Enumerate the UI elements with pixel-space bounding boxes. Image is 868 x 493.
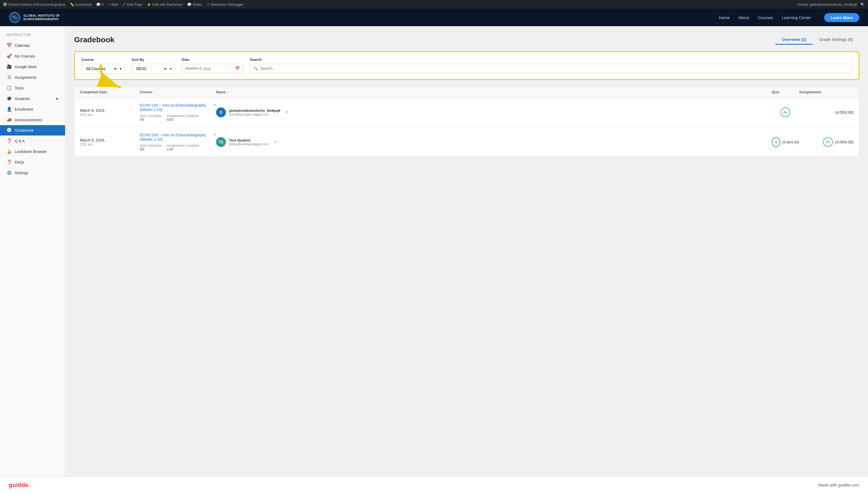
sidebar-label-students: Students xyxy=(15,97,30,101)
user-external-link-1[interactable]: ↗ xyxy=(285,110,288,114)
course-quiz-stat-2: Quiz Complete: 9/8 xyxy=(140,144,162,151)
admin-bar-comments[interactable]: 💬 0 xyxy=(96,2,104,6)
comment-icon: 💬 xyxy=(96,2,100,6)
quiz-cell-2: A (3.56/4.00) xyxy=(772,137,799,147)
quiz-cell-1: A+ xyxy=(772,107,799,117)
learn-more-button[interactable]: Learn More xyxy=(824,13,859,22)
filter-group-sort: Sort By DESC ASC ▾ xyxy=(132,58,175,73)
course-name-2[interactable]: ECHO 100 – Intro to Echocardiography (We… xyxy=(140,133,211,142)
course-meta-1: Quiz Complete: 9/8 Assignment Complete: … xyxy=(140,114,216,122)
course-col-label: Course xyxy=(140,90,152,94)
sidebar-item-announcements[interactable]: 📣 Announcements xyxy=(0,114,65,125)
admin-bar-elementor[interactable]: ⚡ Edit with Elementor xyxy=(147,2,183,6)
sidebar-item-calendar[interactable]: 📅 Calendar xyxy=(0,40,65,51)
tab-grade-settings[interactable]: Grade Settings (8) xyxy=(813,35,859,45)
assignments-score-2: (4.00/4.00) xyxy=(835,140,853,144)
enrollment-icon: 👤 xyxy=(6,107,12,112)
sort-dropdown[interactable]: DESC ASC xyxy=(135,66,167,71)
filter-sort-select[interactable]: DESC ASC ▾ xyxy=(132,64,175,73)
quiz-col-label: Quiz xyxy=(772,90,779,94)
sidebar-item-qa[interactable]: ❓ Q & A xyxy=(0,135,65,146)
filter-group-course: Course All Courses ▾ xyxy=(82,58,125,73)
sidebar-item-settings[interactable]: ⚙️ Settings xyxy=(0,167,65,178)
nav-learning-center[interactable]: Learning Center xyxy=(782,15,811,20)
filter-sort-label: Sort By xyxy=(132,58,175,62)
sort-chevron-icon: ▾ xyxy=(170,66,172,71)
sidebar-label-lockdown-browser: Lockdown Browser xyxy=(15,149,47,154)
search-icon[interactable]: 🔍 xyxy=(860,2,865,6)
admin-bar-edit-page[interactable]: 🖊 Edit Page xyxy=(122,2,142,6)
col-header-quiz[interactable]: Quiz xyxy=(772,90,799,94)
date-cell-1: March 8, 2024, 3:01 am xyxy=(80,108,140,117)
nav-courses[interactable]: Courses xyxy=(758,15,773,20)
filter-group-date: Date 📅 xyxy=(182,58,243,73)
user-name-2[interactable]: Test Student xyxy=(229,138,269,142)
user-name-1[interactable]: globalinstituteofecho_8m6pq6 xyxy=(229,109,280,113)
course-quiz-stat-1: Quiz Complete: 9/8 xyxy=(140,114,162,122)
date-main-2: March 8, 2024, xyxy=(80,138,140,142)
main-content: Gradebook Overview (2) Grade Settings (8… xyxy=(65,26,868,477)
filter-search-input-wrapper[interactable]: 🔍 xyxy=(250,64,852,73)
svg-point-1 xyxy=(14,17,16,18)
admin-bar: 🅦 Global Institute of Echocardiography ✏… xyxy=(0,0,868,9)
sidebar-label-qa: Q & A xyxy=(15,139,25,143)
sidebar-item-enrollment[interactable]: 👤 Enrollment xyxy=(0,104,65,114)
course-meta-2: Quiz Complete: 9/8 Assignment Complete: … xyxy=(140,144,216,151)
admin-bar-debugger[interactable]: 🛡 Elementor Debugger xyxy=(206,2,244,6)
user-cell-1: G globalinstituteofecho_8m6pq6 anna@verd… xyxy=(216,107,772,117)
sidebar-label-my-courses: My Courses xyxy=(15,54,35,58)
nav-logo: GLOBAL INSTITUTE OF ECHOCARDIOGRAPHY xyxy=(9,12,60,23)
col-header-assignments[interactable]: Assignments xyxy=(799,90,853,94)
sidebar-item-my-courses[interactable]: 🚀 My Courses xyxy=(0,51,65,61)
course-external-link-1[interactable]: ↗ xyxy=(213,103,216,107)
col-header-name[interactable]: Name ↕ xyxy=(216,90,772,94)
admin-bar-new[interactable]: + New xyxy=(108,2,118,6)
filter-date-input[interactable]: 📅 xyxy=(182,64,243,73)
filter-course-select[interactable]: All Courses ▾ xyxy=(82,64,125,73)
course-external-link-2[interactable]: ↗ xyxy=(213,133,216,136)
logo-text: GLOBAL INSTITUTE OF ECHOCARDIOGRAPHY xyxy=(23,14,60,21)
sidebar-instructor-label: Instructor xyxy=(0,30,65,40)
date-field[interactable] xyxy=(185,66,233,71)
nav-home[interactable]: Home xyxy=(719,15,730,20)
quiz-score-1: (4.00/4.00) xyxy=(835,110,853,114)
sidebar-label-enrollment: Enrollment xyxy=(15,107,33,111)
sidebar-item-faqs[interactable]: ❓ FAQs xyxy=(0,157,65,167)
faqs-icon: ❓ xyxy=(6,159,12,165)
sort-course-icon: ↕ xyxy=(153,90,155,94)
sidebar-item-gradebook[interactable]: 🅐 Gradebook xyxy=(0,125,65,135)
course-dropdown[interactable]: All Courses xyxy=(85,66,117,71)
sidebar-label-assignments: Assignments xyxy=(15,75,37,80)
date-time-2: 2:51 am xyxy=(80,142,140,146)
tab-overview[interactable]: Overview (2) xyxy=(775,35,813,45)
admin-bar-notes[interactable]: 💬 Notes xyxy=(187,2,202,6)
sidebar-item-tests[interactable]: 📋 Tests xyxy=(0,83,65,93)
sidebar-item-assignments[interactable]: ☰ Assignments xyxy=(0,72,65,83)
name-col-label: Name xyxy=(216,90,226,94)
calendar-icon: 📅 xyxy=(235,66,240,71)
announcements-icon: 📣 xyxy=(6,117,12,123)
elementor-icon: ⚡ xyxy=(147,2,151,6)
sidebar-item-lockdown-browser[interactable]: 🔒 Lockdown Browser xyxy=(0,146,65,157)
user-info-2: Test Student billing@verdigrisdigital.co… xyxy=(229,138,269,146)
user-avatar-1: G xyxy=(216,107,226,117)
col-header-course[interactable]: Course ↕ xyxy=(140,90,216,94)
user-external-link-2[interactable]: ↗ xyxy=(274,140,276,144)
sidebar-label-gradebook: Gradebook xyxy=(15,128,33,132)
col-header-completed-date[interactable]: Completed Date ↕ xyxy=(80,90,140,94)
nav-about[interactable]: About xyxy=(738,15,749,20)
user-email-2: billing@verdigrisdigital.com xyxy=(229,142,269,146)
assignments-col-label: Assignments xyxy=(799,90,821,94)
search-input[interactable] xyxy=(260,66,848,71)
course-name-1[interactable]: ECHO 100 – Intro to Echocardiography (We… xyxy=(140,103,211,112)
sort-completed-date-icon: ↕ xyxy=(108,90,110,94)
gradebook-header: Gradebook Overview (2) Grade Settings (8… xyxy=(74,35,859,45)
user-email-1: anna@verdigris-digital.com xyxy=(229,113,280,116)
quiz-grade-badge-2: A xyxy=(772,137,780,147)
sidebar-item-students[interactable]: 🎓 Students xyxy=(0,93,65,104)
admin-bar-site[interactable]: 🅦 Global Institute of Echocardiography xyxy=(3,2,65,6)
admin-bar-customize[interactable]: ✏️ Customize xyxy=(70,2,92,6)
course-assignment-stat-1: Assignment Complete: 0/38 xyxy=(167,114,200,122)
footer: guidde. Made with guidde.com xyxy=(0,477,868,493)
sidebar-item-google-meet[interactable]: 🎥 Google Meet xyxy=(0,61,65,72)
